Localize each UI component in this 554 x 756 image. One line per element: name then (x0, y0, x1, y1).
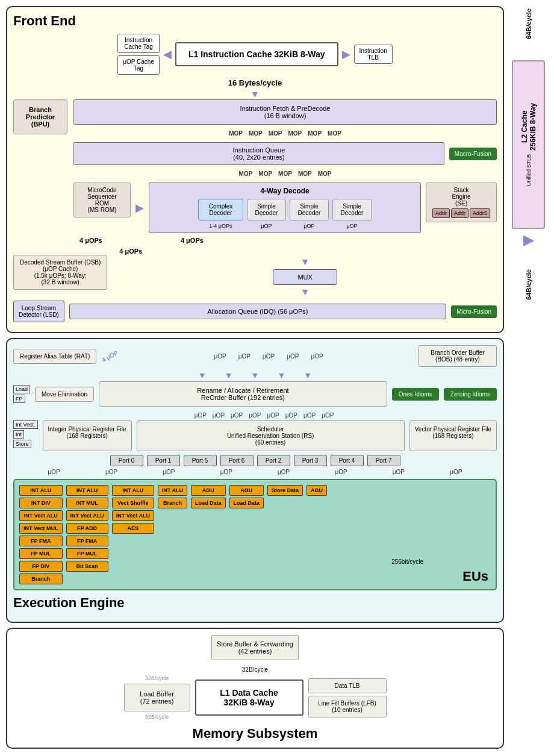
execution-engine-section: Register Alias Table (RAT) 4 μOP μOP μOP… (6, 338, 504, 623)
dsb-l3: (1.5k μOPs; 8-Way; (20, 272, 101, 279)
eu-col-8: AGU (307, 485, 327, 584)
mop2-3: MOP (278, 170, 292, 177)
four-uops-label2: 4 μOPs (181, 237, 204, 244)
mop-row-1: MOP MOP MOP MOP MOP MOP (73, 130, 497, 137)
complex-decoder-box: ComplexDecoder (198, 199, 243, 220)
l2-cache-container: L2 Cache256KiB 8-Way Unified STLB ▶ (512, 49, 545, 260)
instruction-tlb-box: InstructionTLB (354, 45, 393, 64)
eu-fp-mul-1: FP MUL (19, 548, 63, 559)
l2-sub-label: Unified STLB (526, 154, 532, 186)
lb-l1: Load Buffer (131, 690, 184, 698)
eu-store-data: Store Data (267, 485, 303, 496)
idq-row: Loop StreamDetector (LSD) Allocation Que… (13, 301, 497, 322)
simple-decoder-3: SimpleDecoder (332, 199, 372, 220)
eu-col-1: INT ALU INT DIV INT Vect ALU INT Vect MU… (19, 485, 63, 584)
ifetch-line1: Instruction Fetch & PreDecode (79, 105, 491, 112)
eu-col-3: INT ALU Vect Shuffle INT Vect ALU AES (112, 485, 154, 584)
load-cache-row: 32B/cycle Load Buffer (72 entries) 32B/c… (13, 675, 497, 720)
uop-lbl-4: μOP (332, 223, 372, 229)
ifetch-line2: (16 B window) (79, 112, 491, 119)
mc-l3: ROM (79, 200, 125, 207)
a3: ▼ (251, 370, 260, 380)
lb-l2: (72 entries) (131, 698, 184, 705)
four-uop-angled: 4 μOP (101, 349, 120, 363)
port-3: Port 3 (294, 455, 327, 466)
vpr-l2: (168 Registers) (415, 433, 491, 439)
front-end-title: Front End (13, 13, 497, 29)
se-label: StackEngine(SE) (432, 187, 490, 207)
eu-branch-1: Branch (19, 573, 63, 584)
32b-cycle-label: 32B/cycle (13, 666, 497, 673)
bytes-cycle-label: 16 Bytes/cycle (13, 78, 497, 87)
uop-m6: μOP (285, 412, 297, 419)
simple-decoder-1: SimpleDecoder (247, 199, 286, 220)
ipr-l2: (168 Registers) (48, 433, 126, 439)
uop-label-row: 1-4 μOPs μOP μOP μOP (153, 223, 417, 229)
macro-fusion-box: Macro-Fusion (449, 148, 497, 160)
dsb-box: Decoded Stream Buffer (DSB) (μOP Cache) … (13, 255, 107, 290)
front-end-section: Front End InstructionCache Tag μOP Cache… (6, 6, 504, 333)
mop-6: MOP (328, 130, 341, 137)
eu-col-5: AGU Load Data (191, 485, 226, 584)
lfb-l1: Line Fill Buffers (LFB) (315, 700, 380, 707)
a1: ▼ (198, 370, 207, 380)
uop-m2: μOP (213, 412, 225, 419)
port-7: Port 7 (367, 455, 400, 466)
arrow-to-mux: ▼ (300, 257, 310, 267)
sched-l3: (60 entries) (142, 439, 399, 446)
mop-2: MOP (249, 130, 263, 137)
lfb-l2: (10 entries) (315, 707, 380, 713)
uop-port-labels: μOP μOP μOP μOP μOP μOP μOP μOP (13, 469, 497, 475)
instruction-cache-tag-box: InstructionCache Tag (117, 34, 160, 53)
arrow-mc: ▶ (135, 201, 144, 214)
iq-line1: Instruction Queue (80, 146, 438, 154)
eu-fp-fma-2: FP FMA (66, 536, 108, 546)
uop-m7: μOP (303, 412, 316, 419)
uop-t5: μOP (311, 353, 323, 360)
four-uops-label: 4 μOPs (79, 237, 102, 244)
mop2-5: MOP (318, 170, 332, 177)
micro-fusion-box: Micro-Fusion (451, 305, 497, 318)
mop2-1: MOP (239, 170, 253, 177)
adder-2: Addr (451, 208, 468, 218)
rob-row: Load FP Move Elimination Rename / Alloca… (13, 381, 497, 407)
eu-int-mul: INT MUL (66, 498, 108, 508)
four-uops-row: 4 μOPs 4 μOPs (13, 237, 497, 244)
four-way-decode-container: 4-Way Decode ComplexDecoder SimpleDecode… (149, 183, 421, 233)
uop-t1: μOP (214, 353, 226, 360)
mop-1: MOP (229, 130, 243, 137)
uop-p8: μOP (450, 469, 462, 475)
l1-data-cache-box: L1 Data Cache32KiB 8-Way (195, 679, 303, 716)
eu-int-alu-3: INT ALU (112, 485, 154, 496)
arrow-to-tlb: ▶ (342, 48, 350, 61)
eu-fp-fma-1: FP FMA (19, 536, 63, 546)
eu-int-alu-1: INT ALU (19, 485, 63, 496)
sched-l1: Scheduler (142, 426, 399, 433)
port-4: Port 4 (331, 455, 364, 466)
eu-fp-mul-2: FP MUL (66, 548, 108, 559)
uop-lbl-3: μOP (290, 223, 329, 229)
uop-p6: μOP (335, 469, 347, 475)
lfb-box: Line Fill Buffers (LFB) (10 entries) (308, 696, 387, 717)
four-way-title: 4-Way Decode (153, 187, 417, 195)
bp-line3: (BPU) (31, 120, 50, 128)
memory-title: Memory Subsystem (13, 726, 497, 742)
a2: ▼ (225, 370, 233, 380)
uop-p1: μOP (48, 469, 60, 475)
dsb-l2: (μOP Cache) (20, 266, 101, 272)
eu-col-7: Store Data (267, 485, 303, 584)
uop-p3: μOP (163, 469, 175, 475)
uop-p7: μOP (393, 469, 405, 475)
arrows-to-rob: ▼ ▼ ▼ ▼ ▼ (13, 370, 497, 380)
64b-bottom-label: 64B/cycle (524, 267, 534, 302)
eus-label: EUs (462, 569, 488, 584)
mop-5: MOP (308, 130, 322, 137)
uop-lbl-1: 1-4 μOPs (198, 223, 243, 229)
adder-row: Addr Addr Addr5 (432, 208, 490, 218)
mc-l2: Sequencer (79, 193, 125, 200)
eu-int-alu-2: INT ALU (66, 485, 108, 496)
int-vect-label: Int Vect. (13, 420, 38, 429)
32b-down: 32B/cycle (145, 714, 169, 720)
eu-col-6: AGU Load Data (229, 485, 264, 584)
sched-l2: Unified Reservation Station (RS) (142, 433, 399, 439)
